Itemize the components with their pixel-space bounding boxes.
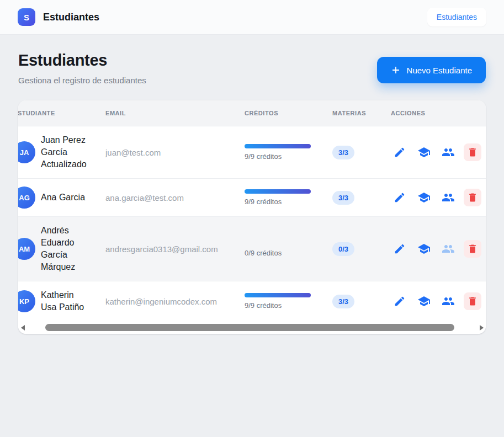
trash-icon (467, 243, 478, 254)
group-icon (442, 242, 455, 255)
group-button[interactable] (439, 189, 457, 206)
materias-badge: 0/3 (332, 242, 354, 256)
edit-button[interactable] (391, 240, 408, 258)
edit-icon (394, 295, 406, 307)
students-table: Estudiante Email Créditos Materias Accio… (18, 100, 486, 321)
group-icon (442, 295, 455, 308)
materias-badge: 3/3 (332, 295, 354, 308)
scroll-left-icon (21, 325, 25, 331)
credits-progress-bar (245, 241, 311, 245)
new-student-button-label: Nuevo Estudiante (407, 66, 472, 75)
school-icon (417, 242, 431, 255)
column-header-email: Email (92, 100, 231, 126)
credits-progress-fill (245, 144, 311, 148)
school-icon (417, 295, 431, 308)
student-email: andresgarcia0313@gmail.com (105, 244, 226, 254)
materias-badge: 3/3 (332, 191, 354, 205)
student-email: ana.garcia@test.com (105, 193, 226, 202)
group-icon (442, 191, 455, 204)
page-header-text: Estudiantes Gestiona el registro de estu… (18, 51, 146, 85)
credits-label: 9/9 créditos (245, 198, 314, 206)
credits-progress-fill (245, 189, 311, 194)
main-content: Estudiantes Gestiona el registro de estu… (0, 35, 504, 334)
credits-progress-bar (245, 293, 311, 297)
edit-icon (394, 146, 406, 158)
horizontal-scrollbar-track[interactable] (27, 321, 477, 334)
scroll-right-button[interactable] (477, 321, 486, 334)
table-row: JA Juan Perez García Actualizado juan@te… (18, 126, 486, 179)
group-button[interactable] (439, 240, 457, 258)
student-name: Katherin Usa Patiño (41, 289, 87, 313)
school-icon (417, 191, 431, 204)
delete-button[interactable] (464, 143, 481, 161)
scroll-left-button[interactable] (18, 321, 27, 334)
delete-button[interactable] (464, 189, 481, 206)
group-icon (442, 146, 455, 159)
edit-button[interactable] (391, 189, 408, 206)
table-row: AG Ana Garcia ana.garcia@test.com 9/9 cr… (18, 179, 486, 217)
scroll-right-icon (480, 325, 484, 331)
table-scroll-viewport: Estudiante Email Créditos Materias Accio… (18, 100, 486, 321)
credits-label: 9/9 créditos (245, 301, 314, 310)
group-button[interactable] (439, 292, 457, 310)
delete-button[interactable] (464, 292, 481, 310)
column-header-acciones: Acciones (378, 100, 486, 126)
students-table-card: Estudiante Email Créditos Materias Accio… (18, 100, 486, 334)
page-header: Estudiantes Gestiona el registro de estu… (18, 51, 486, 85)
app-logo: S (18, 8, 35, 26)
row-actions (391, 189, 486, 206)
credits-progress-bar (245, 144, 311, 148)
student-email: katherin@ingeniumcodex.com (105, 297, 226, 306)
subjects-button[interactable] (415, 143, 433, 161)
credits-progress-bar (245, 189, 311, 194)
avatar: AG (18, 186, 35, 209)
edit-button[interactable] (391, 292, 408, 310)
materias-badge: 3/3 (332, 146, 354, 159)
brand: S Estudiantes (18, 8, 99, 26)
subjects-button[interactable] (415, 240, 433, 258)
group-button[interactable] (439, 143, 457, 161)
student-name: Andrés Eduardo García Márquez (41, 225, 87, 273)
credits-progress-fill (245, 293, 311, 297)
subjects-button[interactable] (415, 292, 433, 310)
horizontal-scrollbar (18, 321, 486, 334)
school-icon (417, 146, 431, 159)
student-email: juan@test.com (105, 148, 226, 157)
table-row: KP Katherin Usa Patiño katherin@ingenium… (18, 281, 486, 322)
edit-icon (394, 243, 406, 255)
avatar: KP (18, 290, 35, 312)
edit-icon (394, 191, 406, 204)
trash-icon (467, 296, 478, 307)
edit-button[interactable] (391, 143, 408, 161)
row-actions (391, 292, 486, 310)
avatar: AM (18, 238, 35, 260)
student-name: Ana Garcia (41, 191, 85, 204)
row-actions (391, 143, 486, 161)
table-header-row: Estudiante Email Créditos Materias Accio… (18, 100, 486, 126)
avatar: JA (18, 141, 35, 163)
student-cell: KP Katherin Usa Patiño (18, 289, 87, 313)
trash-icon (467, 147, 478, 158)
column-header-creditos: Créditos (231, 100, 319, 126)
plus-icon (391, 65, 401, 75)
top-navbar: S Estudiantes Estudiantes (0, 0, 504, 35)
table-row: AM Andrés Eduardo García Márquez andresg… (18, 217, 486, 281)
nav-link-estudiantes[interactable]: Estudiantes (427, 8, 486, 26)
horizontal-scrollbar-thumb[interactable] (45, 324, 455, 331)
student-cell: AG Ana Garcia (18, 186, 87, 209)
column-header-materias: Materias (319, 100, 378, 126)
delete-button[interactable] (464, 240, 481, 258)
app-title: Estudiantes (43, 12, 99, 23)
credits-label: 0/9 créditos (245, 249, 314, 257)
student-cell: JA Juan Perez García Actualizado (18, 134, 87, 170)
credits-label: 9/9 créditos (245, 152, 314, 161)
column-header-estudiante: Estudiante (18, 100, 92, 126)
trash-icon (467, 192, 478, 203)
page-subtitle: Gestiona el registro de estudiantes (18, 76, 146, 85)
student-cell: AM Andrés Eduardo García Márquez (18, 225, 87, 273)
subjects-button[interactable] (415, 189, 433, 206)
new-student-button[interactable]: Nuevo Estudiante (377, 57, 486, 83)
page-title: Estudiantes (18, 51, 146, 70)
student-name: Juan Perez García Actualizado (41, 134, 87, 170)
row-actions (391, 240, 486, 258)
